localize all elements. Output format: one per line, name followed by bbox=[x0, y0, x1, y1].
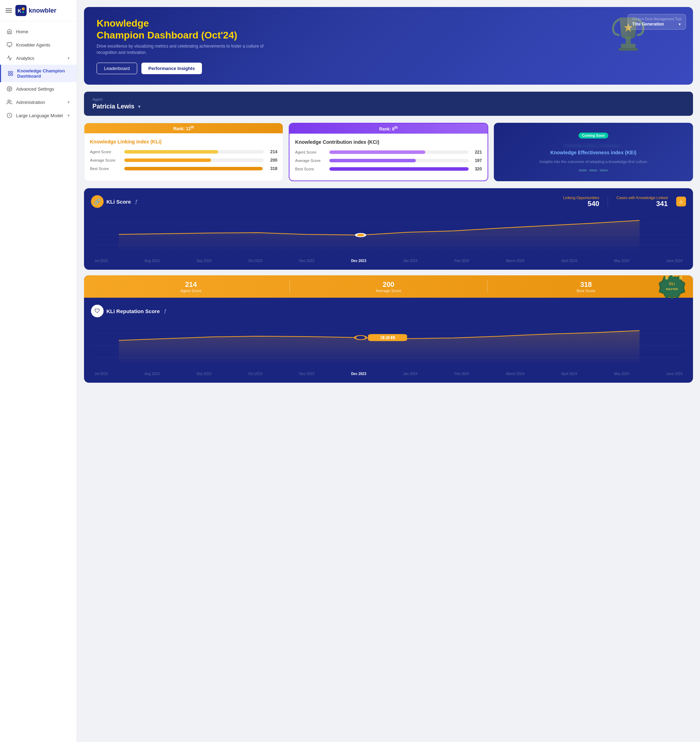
kli-rank-label: Rank: 12 bbox=[173, 126, 191, 131]
kli-rep-x-label-6: Jan 2024 bbox=[403, 372, 417, 376]
svg-rect-4 bbox=[7, 43, 12, 46]
kci-card: Rank: 8th Knowledge Contribution index (… bbox=[289, 123, 488, 181]
sidebar-item-advanced-settings[interactable]: Advanced Settings bbox=[0, 82, 77, 96]
kli-rep-agent-score-item: 214 Agent Score bbox=[93, 281, 289, 293]
hamburger-menu[interactable] bbox=[6, 8, 12, 13]
kli-x-label-7: Feb 2024 bbox=[454, 259, 469, 263]
service-desk-button[interactable]: Service Desk Management Tool Title Gener… bbox=[628, 14, 686, 30]
sidebar-item-home[interactable]: Home bbox=[0, 25, 77, 38]
kli-linking-opp-value: 540 bbox=[588, 200, 599, 208]
kei-description: Insights into the outcomes of adopting a… bbox=[540, 159, 647, 165]
kli-master-badge-svg: KLi MASTER bbox=[658, 275, 686, 300]
kli-average-score-bar-fill bbox=[124, 159, 211, 162]
kei-blurred-text: Knowledge metrics coming soon... bbox=[564, 143, 623, 148]
svg-point-2 bbox=[22, 7, 25, 10]
kli-rep-x-label-5: Dec 2023 bbox=[351, 372, 366, 376]
sidebar-item-knowbler-agents[interactable]: Knowbler Agents bbox=[0, 38, 77, 52]
kli-rep-average-score-item: 200 Average Score bbox=[290, 281, 487, 293]
admin-icon bbox=[6, 99, 13, 105]
kci-rank-label: Rank: 8 bbox=[379, 127, 395, 131]
coming-soon-badge: Coming Soon bbox=[579, 132, 608, 138]
agent-chevron-icon: ▼ bbox=[137, 104, 141, 109]
kli-reputation-chart-title: KLi Reputation Score bbox=[106, 308, 160, 314]
kli-agent-score-value: 214 bbox=[267, 149, 277, 154]
kli-x-label-9: April 2024 bbox=[561, 259, 577, 263]
kci-agent-score-bar-bg bbox=[329, 150, 468, 154]
kli-rep-x-label-9: April 2024 bbox=[561, 372, 577, 376]
sidebar-item-llm[interactable]: Large Language Model ▼ bbox=[0, 109, 77, 122]
kci-average-score-bar-fill bbox=[329, 159, 416, 162]
kli-cases-linked-label: Cases with Knowledge Linked bbox=[616, 196, 668, 200]
sidebar-item-administration[interactable]: Administration ▼ bbox=[0, 96, 77, 109]
service-desk-chevron-icon: ▼ bbox=[678, 22, 681, 26]
kli-agent-score-bar-bg bbox=[124, 150, 264, 153]
kli-card: Rank: 12th Knowledge Linking index (KLi)… bbox=[84, 123, 283, 181]
kli-best-score-row: Best Score 318 bbox=[90, 166, 277, 171]
sidebar-item-analytics[interactable]: Analytics ▼ bbox=[0, 52, 77, 65]
kli-score-title-group: 🔗 KLi Score ƒ bbox=[91, 195, 138, 208]
leaderboard-button[interactable]: Leaderboard bbox=[97, 63, 137, 74]
kli-reputation-chart-header: 🛡 KLi Reputation Score ƒ bbox=[91, 305, 686, 317]
kli-rep-agent-score-value: 214 bbox=[93, 281, 289, 289]
kli-rep-average-score-label: Average Score bbox=[290, 289, 487, 293]
svg-rect-7 bbox=[8, 71, 10, 73]
kli-rep-x-label-7: Feb 2024 bbox=[454, 372, 469, 376]
sidebar-item-advanced-settings-label: Advanced Settings bbox=[16, 87, 54, 92]
kli-reputation-section: 214 Agent Score 200 Average Score 318 Be… bbox=[84, 275, 693, 383]
kli-master-badge: KLi MASTER bbox=[658, 275, 686, 301]
settings-icon bbox=[6, 86, 13, 92]
svg-text:KLi: KLi bbox=[669, 282, 675, 286]
kli-best-score-bar-bg bbox=[124, 167, 264, 170]
llm-icon bbox=[6, 112, 13, 119]
kli-score-chart-svg-container: Jul 2023 Aug 2023 Sep 2023 Oct 2023 Nov … bbox=[91, 213, 686, 263]
kci-average-score-bar-bg bbox=[329, 159, 468, 162]
kli-rep-x-label-11: June 2024 bbox=[666, 372, 682, 376]
sidebar-item-home-label: Home bbox=[16, 29, 28, 34]
kli-x-label-6: Jan 2024 bbox=[403, 259, 417, 263]
svg-text:K: K bbox=[18, 8, 21, 14]
logo: K knowbler bbox=[15, 5, 56, 16]
kli-rep-x-label-4: Nov 2023 bbox=[299, 372, 314, 376]
agent-select-dropdown[interactable]: Patricia Lewis ▼ bbox=[93, 103, 685, 110]
kci-average-score-value: 197 bbox=[472, 158, 482, 163]
kli-score-chart-header: 🔗 KLi Score ƒ Linking Opportunities 540 … bbox=[91, 195, 686, 208]
performance-insights-button[interactable]: Performance Insights bbox=[141, 63, 202, 74]
kci-average-score-label: Average Score bbox=[295, 159, 327, 163]
kli-rep-x-label-10: May 2024 bbox=[614, 372, 629, 376]
kli-reputation-chart-svg: 328 bbox=[91, 323, 686, 368]
kci-best-score-bar-bg bbox=[329, 167, 468, 171]
sidebar: K knowbler Home Knowbler Agents Analytic… bbox=[0, 0, 77, 742]
kli-rep-x-label-8: March 2024 bbox=[506, 372, 525, 376]
hero-subtitle: Drive excellence by visualizing metrics … bbox=[97, 43, 279, 56]
sidebar-item-llm-label: Large Language Model bbox=[16, 113, 63, 118]
kli-best-score-label: Best Score bbox=[90, 166, 121, 171]
kli-reputation-chart-x-labels: Jul 2023 Aug 2023 Sep 2023 Oct 2023 Nov … bbox=[91, 370, 686, 376]
sidebar-item-knowledge-champion[interactable]: Knowledge Champion Dashboard bbox=[0, 65, 77, 82]
dashboard-icon bbox=[7, 70, 14, 77]
kli-score-chart-icon: 🔗 bbox=[91, 195, 104, 208]
svg-point-35 bbox=[355, 336, 366, 340]
kli-export-button[interactable] bbox=[676, 197, 686, 206]
kci-card-header: Rank: 8th bbox=[289, 124, 487, 134]
kci-agent-score-value: 221 bbox=[472, 150, 482, 155]
kli-rep-best-score-value: 318 bbox=[488, 281, 685, 289]
svg-point-23 bbox=[356, 233, 365, 237]
kli-x-label-1: Aug 2023 bbox=[144, 259, 160, 263]
svg-text:MASTER: MASTER bbox=[666, 287, 678, 291]
kli-card-title: Knowledge Linking index (KLi) bbox=[90, 139, 277, 144]
sidebar-nav: Home Knowbler Agents Analytics ▼ Knowled… bbox=[0, 21, 77, 742]
svg-rect-16 bbox=[621, 44, 635, 48]
svg-text:328: 328 bbox=[380, 336, 395, 340]
kci-best-score-value: 320 bbox=[472, 166, 482, 171]
main-content: Knowledge Champion Dashboard (Oct'24) Dr… bbox=[77, 0, 700, 742]
cards-row: Rank: 12th Knowledge Linking index (KLi)… bbox=[84, 123, 693, 181]
kli-rep-x-label-2: Sep 2023 bbox=[196, 372, 211, 376]
kci-best-score-bar-fill bbox=[329, 167, 468, 171]
svg-point-11 bbox=[9, 88, 10, 90]
hero-title-part1: Knowledge bbox=[97, 18, 149, 29]
kli-average-score-bar-bg bbox=[124, 159, 264, 162]
hero-content: Knowledge Champion Dashboard (Oct'24) Dr… bbox=[97, 18, 279, 74]
hero-buttons: Leaderboard Performance Insights bbox=[97, 63, 279, 74]
svg-rect-8 bbox=[11, 71, 13, 73]
kli-score-chart-x-labels: Jul 2023 Aug 2023 Sep 2023 Oct 2023 Nov … bbox=[91, 257, 686, 263]
